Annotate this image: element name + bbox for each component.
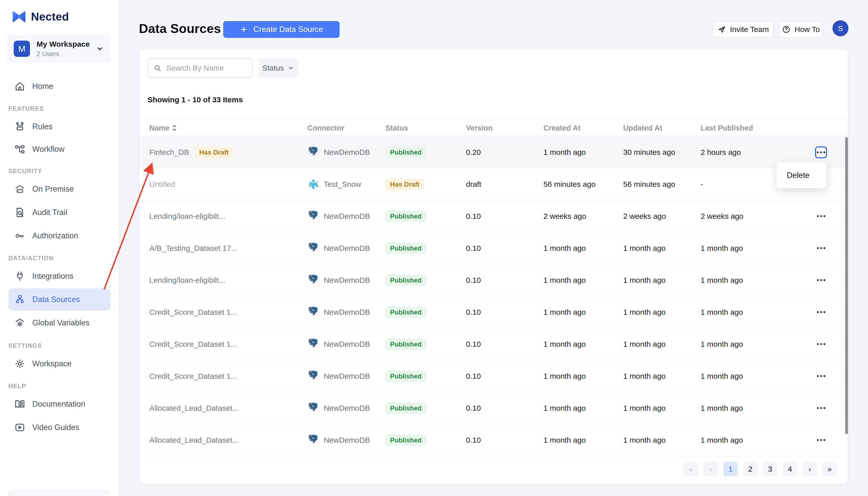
- sidebar-item-label: Workspace: [32, 359, 72, 368]
- cell-name: Credit_Score_Dataset 1...: [149, 296, 237, 328]
- table-row[interactable]: Fintech_DBHas DraftNewDemoDBPublished0.2…: [139, 136, 848, 168]
- sidebar-section-label: DATA/ACTION: [9, 254, 54, 262]
- sidebar-item-audit-trail[interactable]: Audit Trail: [9, 201, 110, 223]
- sidebar-item-authorization[interactable]: Authorization: [9, 224, 110, 247]
- table-scrollbar[interactable]: [845, 137, 848, 434]
- row-actions-button[interactable]: [816, 275, 827, 286]
- row-actions-button[interactable]: [816, 339, 827, 350]
- create-data-source-button[interactable]: Create Data Source: [223, 21, 339, 38]
- search-box: [148, 58, 253, 78]
- cell-created: 1 month ago: [544, 392, 586, 424]
- status-badge: Published: [385, 434, 426, 446]
- invite-team-button[interactable]: Invite Team: [713, 21, 774, 38]
- column-header-updated-at[interactable]: Updated At: [623, 119, 662, 137]
- last-page-button[interactable]: »: [822, 462, 837, 476]
- cell-version: 0.20: [466, 136, 481, 168]
- next-page-button[interactable]: ›: [803, 462, 817, 476]
- column-header-name[interactable]: Name: [149, 119, 177, 137]
- sidebar-item-label: Home: [32, 82, 53, 91]
- table-row[interactable]: Credit_Score_Dataset 1...NewDemoDBPublis…: [139, 360, 848, 392]
- sidebar-item-data-sources[interactable]: Data Sources: [9, 288, 110, 311]
- page-3-button[interactable]: 3: [763, 462, 777, 476]
- table-row[interactable]: Allocated_Lead_Dataset...NewDemoDBPublis…: [139, 424, 848, 456]
- video-icon: [14, 422, 26, 433]
- row-actions-button[interactable]: [816, 403, 827, 414]
- page-4-button[interactable]: 4: [783, 462, 797, 476]
- app: Nected M My Workspace 2 Users HomeFEATUR…: [0, 0, 868, 496]
- row-actions-button[interactable]: [815, 146, 827, 158]
- nected-logo-icon: [11, 10, 27, 24]
- sidebar-item-global-variables[interactable]: Global Variables: [9, 312, 110, 334]
- cell-name: Untitled: [149, 168, 175, 200]
- sidebar-item-workflow[interactable]: Workflow: [9, 138, 110, 160]
- ellipsis-icon: [817, 311, 825, 313]
- postgresql-icon: [307, 434, 319, 447]
- sidebar-item-rules[interactable]: Rules: [9, 115, 110, 138]
- sidebar-item-integrations[interactable]: Integrations: [9, 265, 110, 287]
- row-actions-button[interactable]: [816, 435, 827, 446]
- workflow-icon: [14, 143, 26, 155]
- first-page-button[interactable]: «: [684, 462, 698, 476]
- column-header-connector[interactable]: Connector: [307, 119, 344, 137]
- column-header-last-published[interactable]: Last Published: [701, 119, 753, 137]
- cell-version: 0.10: [466, 328, 481, 360]
- postgresql-icon: [307, 210, 319, 222]
- table-row[interactable]: Lending/loan-eligibilt...NewDemoDBPublis…: [139, 264, 848, 296]
- table-row[interactable]: Lending/loan-eligibilt...NewDemoDBPublis…: [139, 200, 848, 232]
- column-header-status[interactable]: Status: [385, 119, 408, 137]
- menu-item-delete[interactable]: Delete: [777, 171, 826, 180]
- sidebar-bottom-card: [9, 491, 110, 496]
- cell-name: Allocated_Lead_Dataset...: [149, 424, 239, 456]
- table-row[interactable]: Credit_Score_Dataset 1...NewDemoDBPublis…: [139, 296, 848, 328]
- cell-updated: 1 month ago: [623, 328, 666, 360]
- sidebar-item-video-guides[interactable]: Video Guides: [9, 416, 110, 439]
- home-icon: [14, 80, 26, 92]
- status-badge: Published: [385, 370, 426, 382]
- search-input[interactable]: [166, 64, 247, 72]
- sort-icon[interactable]: [172, 124, 177, 131]
- user-avatar[interactable]: S: [833, 20, 849, 36]
- table-row[interactable]: UntitledTest_SnowHas Draftdraft56 minute…: [139, 168, 848, 200]
- row-actions-button[interactable]: [816, 243, 827, 254]
- row-actions-button[interactable]: [816, 371, 827, 382]
- sidebar-item-label: Integrations: [32, 272, 73, 281]
- workspace-selector[interactable]: M My Workspace 2 Users: [6, 35, 111, 63]
- column-header-version[interactable]: Version: [466, 119, 493, 137]
- ellipsis-icon: [817, 439, 825, 441]
- sidebar-item-label: Documentation: [32, 400, 85, 409]
- data-source-name: Lending/loan-eligibilt...: [149, 276, 225, 284]
- sidebar-item-documentation[interactable]: Documentation: [9, 393, 110, 415]
- row-actions-button[interactable]: [816, 307, 827, 318]
- cell-created: 1 month ago: [544, 360, 586, 392]
- sidebar-item-label: Global Variables: [32, 318, 89, 327]
- cell-version: 0.10: [466, 360, 481, 392]
- table-body: Fintech_DBHas DraftNewDemoDBPublished0.2…: [139, 136, 848, 456]
- workspace-name: My Workspace: [36, 40, 96, 48]
- cell-status: Has Draft: [385, 168, 424, 200]
- table-row[interactable]: Allocated_Lead_Dataset...NewDemoDBPublis…: [139, 392, 848, 424]
- cell-status: Published: [385, 392, 426, 424]
- status-filter-select[interactable]: Status: [258, 58, 298, 78]
- sidebar-item-on-premise[interactable]: On Premise: [9, 178, 110, 200]
- data-source-name: Allocated_Lead_Dataset...: [149, 404, 239, 413]
- cell-updated: 1 month ago: [623, 232, 666, 264]
- cell-connector: NewDemoDB: [307, 424, 370, 456]
- page-1-button[interactable]: 1: [723, 462, 738, 476]
- row-actions-button[interactable]: [816, 211, 827, 222]
- brand-logo[interactable]: Nected: [11, 10, 69, 24]
- table-row[interactable]: A/B_Testing_Dataset 17...NewDemoDBPublis…: [139, 232, 848, 264]
- column-header-created-at[interactable]: Created At: [544, 119, 580, 137]
- table-row[interactable]: Credit_Score_Dataset 1...NewDemoDBPublis…: [139, 328, 848, 360]
- postgresql-icon: [307, 402, 319, 415]
- cell-connector: NewDemoDB: [307, 296, 370, 328]
- cell-name: A/B_Testing_Dataset 17...: [149, 232, 238, 264]
- cell-updated: 2 weeks ago: [623, 200, 666, 232]
- chevron-down-icon: [288, 65, 294, 71]
- cell-published: 1 month ago: [701, 264, 743, 296]
- how-to-button[interactable]: How To: [779, 21, 823, 38]
- prev-page-button[interactable]: ‹: [703, 462, 718, 476]
- page-2-button[interactable]: 2: [743, 462, 758, 476]
- data-source-name: A/B_Testing_Dataset 17...: [149, 244, 238, 252]
- sidebar-item-home[interactable]: Home: [9, 75, 110, 97]
- sidebar-item-workspace[interactable]: Workspace: [9, 353, 110, 375]
